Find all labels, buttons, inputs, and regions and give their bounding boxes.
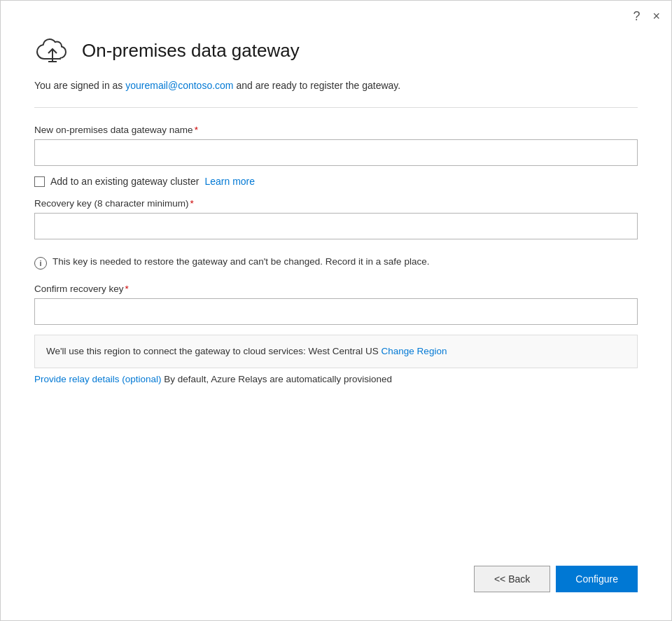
- info-icon: i: [34, 257, 47, 270]
- region-box: We'll use this region to connect the gat…: [34, 335, 638, 368]
- help-icon[interactable]: ?: [633, 9, 640, 24]
- recovery-key-label: Recovery key (8 character minimum)*: [34, 198, 638, 209]
- section-divider: [34, 107, 638, 108]
- footer-buttons: << Back Configure: [1, 566, 671, 620]
- subtitle-text: You are signed in as youremail@contoso.c…: [34, 78, 638, 93]
- title-row: On-premises data gateway: [34, 35, 638, 66]
- confirm-key-label: Confirm recovery key*: [34, 284, 638, 294]
- gateway-name-label: New on-premises data gateway name*: [34, 125, 638, 135]
- relay-row: Provide relay details (optional) By defa…: [34, 374, 638, 384]
- info-row: i This key is needed to restore the gate…: [34, 256, 638, 270]
- dialog-title: On-premises data gateway: [82, 40, 300, 62]
- cloud-gateway-icon: [34, 35, 71, 66]
- gateway-name-input[interactable]: [34, 139, 638, 166]
- dialog-content: On-premises data gateway You are signed …: [1, 24, 671, 566]
- cluster-label: Add to an existing gateway cluster: [50, 176, 199, 187]
- gateway-name-section: New on-premises data gateway name*: [34, 125, 638, 166]
- relay-details-link[interactable]: Provide relay details (optional): [34, 374, 162, 384]
- configure-button[interactable]: Configure: [556, 566, 638, 592]
- email-link[interactable]: youremail@contoso.com: [125, 80, 233, 91]
- cluster-checkbox[interactable]: [34, 176, 45, 187]
- info-text: This key is needed to restore the gatewa…: [52, 256, 429, 267]
- confirm-key-required: *: [125, 284, 129, 294]
- change-region-link[interactable]: Change Region: [382, 346, 447, 356]
- region-text: We'll use this region to connect the gat…: [46, 346, 379, 356]
- recovery-key-input[interactable]: [34, 213, 638, 239]
- learn-more-link[interactable]: Learn more: [204, 176, 255, 187]
- dialog-container: ? × On-premises data gateway You are sig…: [0, 0, 672, 621]
- confirm-key-input[interactable]: [34, 298, 638, 325]
- gateway-name-required: *: [195, 125, 198, 135]
- confirm-key-section: Confirm recovery key*: [34, 284, 638, 325]
- back-button[interactable]: << Back: [474, 566, 550, 592]
- recovery-key-section: Recovery key (8 character minimum)*: [34, 198, 638, 239]
- recovery-key-required: *: [190, 198, 194, 209]
- dialog-header-bar: ? ×: [1, 1, 671, 24]
- relay-text: By default, Azure Relays are automatical…: [162, 374, 392, 384]
- cluster-checkbox-row: Add to an existing gateway cluster Learn…: [34, 176, 638, 187]
- close-icon[interactable]: ×: [652, 9, 660, 24]
